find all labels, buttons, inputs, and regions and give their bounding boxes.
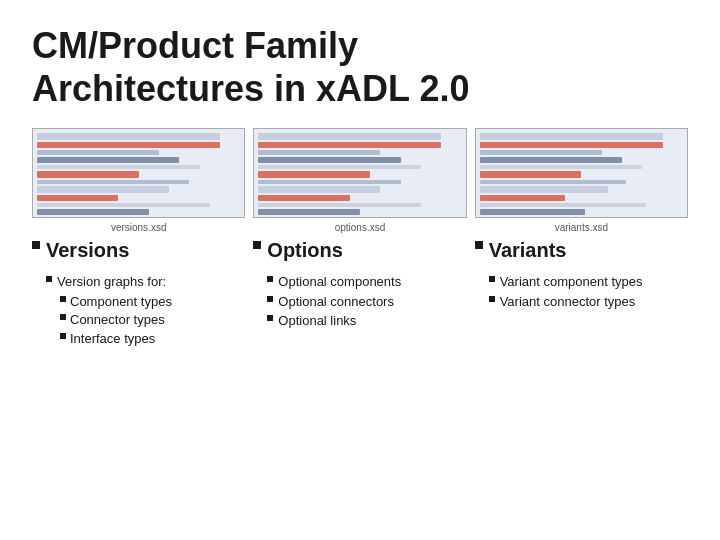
item-label: Connector types [70, 311, 165, 329]
options-bullet [253, 241, 261, 249]
versions-sublist: Component types Connector types Interfac… [60, 293, 172, 348]
variants-bullet [475, 241, 483, 249]
versions-heading-wrap: Versions [32, 239, 129, 268]
item-bullet [60, 296, 66, 302]
item-label: Interface types [70, 330, 155, 348]
item-label: Variant connector types [500, 293, 636, 311]
item-bullet [267, 296, 273, 302]
list-item: Optional links [267, 312, 401, 330]
options-thumb [253, 128, 466, 218]
item-bullet [46, 276, 52, 282]
item-label: Optional connectors [278, 293, 394, 311]
variants-heading: Variants [489, 239, 567, 262]
item-bullet [267, 276, 273, 282]
variants-thumb-label: variants.xsd [475, 222, 688, 233]
list-item: Component types [60, 293, 172, 311]
options-column: options.xsd Options Optional components … [253, 128, 466, 524]
item-bullet [489, 296, 495, 302]
page: CM/Product FamilyArchitectures in xADL 2… [0, 0, 720, 540]
versions-heading: Versions [46, 239, 129, 262]
variants-list: Variant component types Variant connecto… [489, 273, 643, 310]
variants-heading-wrap: Variants [475, 239, 567, 268]
item-label: Version graphs for: [57, 273, 166, 291]
columns-container: versions.xsd Versions Version graphs for… [32, 128, 688, 524]
versions-thumb [32, 128, 245, 218]
versions-list: Version graphs for: Component types Conn… [46, 273, 172, 347]
item-bullet [489, 276, 495, 282]
versions-bullet [32, 241, 40, 249]
list-item: Interface types [60, 330, 172, 348]
list-item: Optional connectors [267, 293, 401, 311]
list-item: Optional components [267, 273, 401, 291]
item-label: Component types [70, 293, 172, 311]
page-title: CM/Product FamilyArchitectures in xADL 2… [32, 24, 688, 110]
options-heading-wrap: Options [253, 239, 343, 268]
item-label: Optional links [278, 312, 356, 330]
item-bullet [60, 333, 66, 339]
list-item: Version graphs for: [46, 273, 172, 291]
list-item: Connector types [60, 311, 172, 329]
options-heading: Options [267, 239, 343, 262]
list-item: Variant connector types [489, 293, 643, 311]
item-label: Optional components [278, 273, 401, 291]
options-list: Optional components Optional connectors … [267, 273, 401, 330]
item-bullet [60, 314, 66, 320]
versions-column: versions.xsd Versions Version graphs for… [32, 128, 245, 524]
variants-column: variants.xsd Variants Variant component … [475, 128, 688, 524]
variants-thumb [475, 128, 688, 218]
options-thumb-label: options.xsd [253, 222, 466, 233]
item-label: Variant component types [500, 273, 643, 291]
list-item: Variant component types [489, 273, 643, 291]
item-bullet [267, 315, 273, 321]
versions-thumb-label: versions.xsd [32, 222, 245, 233]
